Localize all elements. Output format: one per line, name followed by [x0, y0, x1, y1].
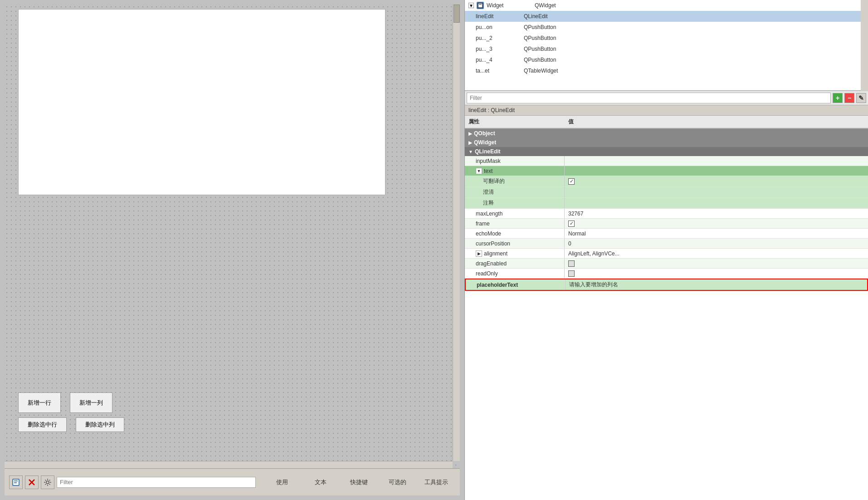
buttons-area: 新增一行 新增一列 请输入要增加的列名 [18, 392, 285, 432]
tree-type-tablewidget: QTableWidget [524, 68, 558, 74]
bottom-toolbar: 使用 文本 快捷键 可选的 工具提示 [5, 468, 460, 495]
prop-value-alignment[interactable]: AlignLeft, AlignVCe... [565, 249, 868, 258]
prop-name-cursorpos: cursorPosition [465, 239, 565, 248]
tree-row-pu-2[interactable]: pu..._2 QPushButton [465, 33, 868, 44]
close-svg [28, 478, 36, 486]
text-expand-icon[interactable]: ▼ [476, 168, 482, 174]
prop-value-inputmask[interactable] [565, 156, 868, 166]
prop-name-comment: 注释 [465, 198, 565, 208]
prop-name-readonly: readOnly [465, 269, 565, 278]
tree-type-pu-2: QPushButton [524, 35, 556, 41]
prop-table-header: 属性 值 [465, 116, 868, 129]
svg-rect-3 [14, 482, 17, 483]
prop-value-echomode[interactable]: Normal [565, 229, 868, 238]
tree-row-pu-on[interactable]: pu...on QPushButton [465, 22, 868, 33]
widget-svg [478, 3, 483, 8]
tree-expand-widget[interactable]: ▼ [468, 3, 474, 8]
button-row-2: 删除选中行 删除选中列 [18, 417, 285, 432]
settings-icon-btn[interactable] [41, 475, 54, 489]
prop-name-placeholdertext: placeholderText [466, 279, 566, 290]
section-qlineedit-arrow: ▼ [468, 149, 473, 154]
section-qlineedit[interactable]: ▼ QLineEdit [465, 147, 868, 156]
tree-row-tablewidget[interactable]: ta...et QTableWidget [465, 65, 868, 76]
alignment-expand-icon[interactable]: ▶ [476, 250, 482, 257]
section-qobject-label: QObject [474, 130, 495, 137]
tree-type-pu-3: QPushButton [524, 46, 556, 52]
tree-row-pu-3[interactable]: pu..._3 QPushButton [465, 44, 868, 54]
prop-name-text: ▼ text [465, 166, 565, 176]
bottom-col-shortcut: 快捷键 [340, 478, 378, 486]
prop-header-value: 值 [565, 117, 577, 127]
delete-row-button[interactable]: 删除选中行 [18, 417, 67, 432]
prop-name-translatable: 可翻译的 [465, 176, 565, 186]
prop-value-cursorpos[interactable]: 0 [565, 239, 868, 248]
prop-name-alignment: ▶ alignment [465, 249, 565, 258]
prop-value-translatable[interactable]: ✓ [565, 176, 868, 186]
properties-table: ▶ QObject ▶ QWidget ▼ QLineEdit inputMas… [465, 129, 868, 500]
prop-row-clarify: 澄清 [465, 187, 868, 198]
prop-row-echomode: echoMode Normal [465, 229, 868, 239]
tree-name-pu-2: pu..._2 [476, 35, 521, 41]
section-qwidget-arrow: ▶ [468, 140, 472, 145]
scrollbar-thumb-v[interactable] [454, 5, 460, 23]
prop-name-dragenabled: dragEnabled [465, 259, 565, 268]
add-row-button[interactable]: 新增一行 [18, 392, 61, 413]
checkbox-readonly[interactable] [568, 270, 575, 277]
design-canvas [18, 9, 385, 195]
canvas-container: 新增一行 新增一列 请输入要增加的列名 [5, 5, 460, 468]
prop-value-placeholdertext[interactable]: 请输入要增加的列名 [566, 279, 867, 290]
delete-col-button[interactable]: 删除选中列 [76, 417, 124, 432]
properties-filter-input[interactable] [467, 93, 831, 103]
bottom-columns: 使用 文本 快捷键 可选的 工具提示 [263, 478, 455, 486]
tree-type-pu-on: QPushButton [524, 24, 556, 30]
prop-value-maxlength[interactable]: 32767 [565, 209, 868, 218]
prop-row-inputmask: inputMask [465, 156, 868, 166]
tree-name-pu-on: pu...on [476, 24, 521, 30]
prop-value-frame[interactable]: ✓ [565, 219, 868, 228]
tree-scrollbar[interactable] [861, 0, 868, 91]
canvas-panel: 新增一行 新增一列 请输入要增加的列名 [0, 0, 464, 500]
prop-name-echomode: echoMode [465, 229, 565, 238]
section-qlineedit-label: QLineEdit [475, 148, 501, 155]
section-qwidget[interactable]: ▶ QWidget [465, 138, 868, 147]
prop-name-frame: frame [465, 219, 565, 228]
checkbox-dragenabled[interactable] [568, 260, 575, 267]
prop-name-inputmask: inputMask [465, 156, 565, 166]
prop-row-maxlength: maxLength 32767 [465, 209, 868, 219]
prop-row-text: ▼ text [465, 166, 868, 176]
filter-edit-button[interactable]: ✎ [856, 93, 866, 103]
prop-value-clarify[interactable] [565, 187, 868, 197]
tree-row-pu-4[interactable]: pu..._4 QPushButton [465, 54, 868, 65]
prop-name-clarify: 澄清 [465, 187, 565, 197]
prop-header-name: 属性 [465, 117, 565, 127]
checkbox-translatable[interactable]: ✓ [568, 178, 575, 185]
checkbox-frame[interactable]: ✓ [568, 221, 575, 227]
prop-row-comment: 注释 [465, 198, 868, 209]
tree-name-pu-4: pu..._4 [476, 57, 521, 63]
tree-row-widget[interactable]: ▼ Widget QWidget [465, 0, 868, 11]
resource-icon[interactable] [9, 475, 23, 489]
filter-add-button[interactable]: + [833, 93, 843, 103]
svg-point-6 [46, 481, 49, 484]
tree-type-pu-4: QPushButton [524, 57, 556, 63]
widget-icon-widget [477, 2, 484, 9]
filter-remove-button[interactable]: − [844, 93, 854, 103]
bottom-col-text: 文本 [301, 478, 340, 486]
canvas-scrollbar-v[interactable] [453, 5, 460, 461]
bottom-col-tooltip: 工具提示 [417, 478, 455, 486]
prop-name-maxlength: maxLength [465, 209, 565, 218]
prop-value-readonly[interactable] [565, 269, 868, 278]
canvas-scrollbar-h[interactable] [5, 461, 453, 468]
tree-name-widget: Widget [487, 2, 532, 9]
add-col-button[interactable]: 新增一列 [70, 392, 112, 413]
prop-value-comment[interactable] [565, 198, 868, 208]
close-icon-btn[interactable] [25, 475, 39, 489]
section-qobject[interactable]: ▶ QObject [465, 129, 868, 138]
prop-value-dragenabled[interactable] [565, 259, 868, 268]
tree-row-lineedit[interactable]: lineEdit QLineEdit [465, 11, 868, 22]
prop-row-cursorpos: cursorPosition 0 [465, 239, 868, 249]
bottom-filter-input[interactable] [57, 477, 256, 488]
object-tree: ▼ Widget QWidget lineEdit QLineEdit pu..… [465, 0, 868, 91]
prop-value-text[interactable] [565, 166, 868, 176]
prop-row-frame: frame ✓ [465, 219, 868, 229]
